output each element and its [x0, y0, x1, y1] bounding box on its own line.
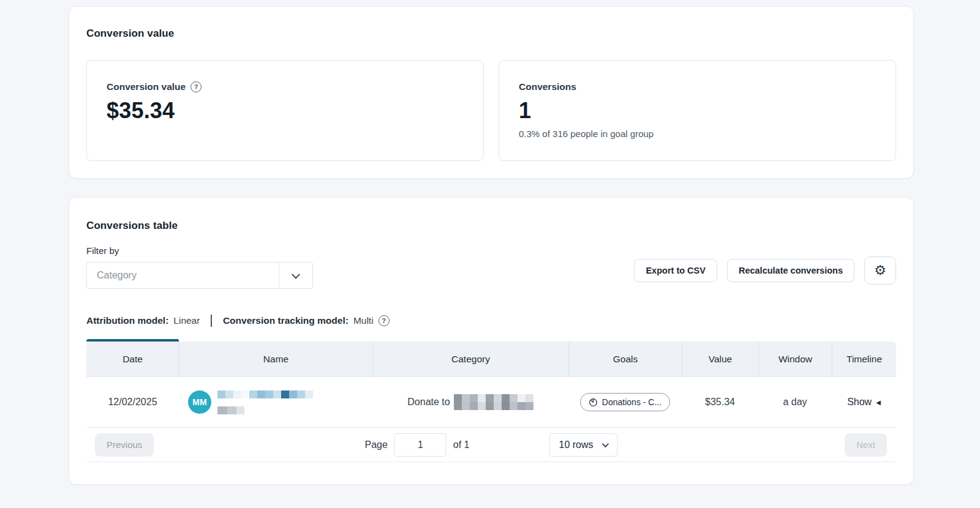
category-prefix: Donate to [407, 397, 450, 408]
column-header-name[interactable]: Name [179, 342, 372, 376]
page: Conversion value Conversion value ? $35.… [0, 0, 980, 508]
triangle-left-icon: ◀ [876, 399, 881, 406]
column-header-timeline[interactable]: Timeline [832, 342, 896, 376]
gear-icon: ⚙ [874, 263, 886, 278]
conversion-value-label: Conversion value [107, 81, 186, 92]
cell-category: Donate to [372, 377, 568, 427]
conversion-value-section: Conversion value Conversion value ? $35.… [69, 6, 914, 179]
column-header-date[interactable]: Date [86, 342, 179, 376]
export-csv-button[interactable]: Export to CSV [634, 259, 717, 282]
attribution-model-value: Linear [173, 315, 200, 326]
cell-timeline[interactable]: Show ◀ [832, 377, 896, 427]
tracking-model-value: Multi [353, 315, 374, 326]
column-header-value[interactable]: Value [682, 342, 758, 376]
conversions-card: Conversions 1 0.3% of 316 people in goal… [499, 60, 896, 161]
rows-per-page-value: 10 rows [559, 439, 594, 450]
chevron-down-icon [602, 440, 609, 447]
question-circle-icon[interactable]: ? [379, 315, 390, 326]
cell-name: MM [179, 377, 372, 427]
conversions-label: Conversions [519, 81, 576, 92]
cell-value: $35.34 [682, 377, 758, 427]
rows-per-page-select[interactable]: 10 rows [549, 433, 618, 457]
conversion-value-amount: $35.34 [107, 98, 465, 124]
attribution-model-label: Attribution model: [86, 315, 168, 326]
filter-by-label: Filter by [86, 245, 896, 256]
category-filter-placeholder: Category [87, 270, 279, 281]
previous-page-button[interactable]: Previous [95, 433, 154, 457]
conversions-subtext: 0.3% of 316 people in goal group [519, 129, 877, 139]
category-filter-select[interactable]: Category [86, 262, 313, 289]
conversions-table-section: Conversions table Filter by Category Exp… [69, 197, 914, 485]
goal-badge-label: Donations - C... [602, 397, 662, 407]
chevron-down-icon [292, 271, 300, 279]
table-header-row: Date Name Category Goals Value Window Ti… [86, 342, 896, 377]
page-number-input[interactable] [394, 433, 447, 457]
recalculate-conversions-button[interactable]: Recalculate conversions [727, 259, 854, 282]
avatar: MM [188, 390, 211, 414]
category-filter-caret[interactable] [279, 263, 312, 288]
goal-badge[interactable]: Donations - C... [580, 393, 670, 411]
tracking-model-label: Conversion tracking model: [223, 315, 349, 326]
redacted-name [217, 390, 313, 414]
table-row: 12/02/2025 MM Donate to [86, 377, 896, 428]
redacted-category [454, 394, 533, 410]
cell-window: a day [758, 377, 832, 427]
cell-goals: Donations - C... [568, 377, 682, 427]
pagination-middle: Page of 1 10 rows [364, 433, 617, 457]
conversion-value-card: Conversion value ? $35.34 [86, 60, 484, 161]
page-of-label: of 1 [453, 439, 470, 450]
section-title-conversion-value: Conversion value [86, 28, 896, 40]
conversions-table: Date Name Category Goals Value Window Ti… [86, 342, 896, 462]
page-group: Page of 1 [364, 433, 469, 457]
column-header-goals[interactable]: Goals [568, 342, 682, 376]
settings-button[interactable]: ⚙ [864, 256, 896, 285]
section-title-conversions-table: Conversions table [86, 220, 896, 232]
table-actions: Export to CSV Recalculate conversions ⚙ [634, 256, 896, 285]
active-sort-indicator [86, 339, 179, 342]
pie-chart-icon [589, 398, 598, 407]
metric-cards-row: Conversion value ? $35.34 Conversions 1 … [86, 60, 896, 161]
conversions-count: 1 [519, 98, 877, 124]
column-header-category[interactable]: Category [372, 342, 568, 376]
models-line: Attribution model: Linear Conversion tra… [86, 315, 896, 327]
cell-date: 12/02/2025 [86, 377, 179, 427]
divider [211, 315, 212, 327]
show-timeline-label: Show [847, 397, 872, 408]
next-page-button[interactable]: Next [845, 433, 887, 457]
pagination-bar: Previous Page of 1 10 rows Next [86, 428, 896, 462]
page-label: Page [364, 439, 387, 450]
question-circle-icon[interactable]: ? [190, 81, 202, 92]
column-header-window[interactable]: Window [758, 342, 832, 376]
